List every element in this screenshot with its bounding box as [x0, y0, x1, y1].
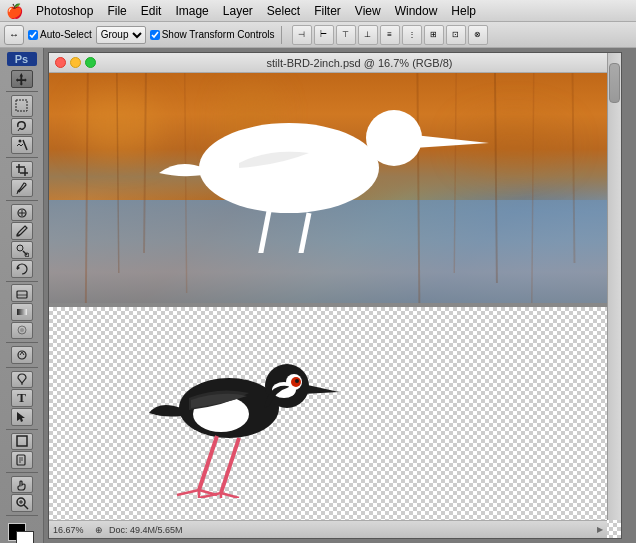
svg-line-31: [24, 505, 28, 509]
svg-marker-16: [17, 266, 20, 270]
text-tool[interactable]: T: [11, 389, 33, 407]
heal-tool[interactable]: [11, 204, 33, 222]
link-btn[interactable]: ⊗: [468, 25, 488, 45]
canvas-content[interactable]: 16.67% ⊕ Doc: 49.4M/5.65M ▶: [49, 73, 621, 538]
auto-select-checkbox[interactable]: [28, 30, 38, 40]
zoom-tool[interactable]: [11, 494, 33, 512]
maximize-btn[interactable]: [85, 57, 96, 68]
marquee-tool[interactable]: [11, 95, 33, 117]
brush-tool[interactable]: [11, 222, 33, 240]
svg-line-46: [294, 213, 309, 253]
blur-icon: [15, 323, 29, 337]
svg-point-43: [199, 123, 379, 213]
text-icon: T: [17, 390, 26, 406]
pen-tool[interactable]: [11, 371, 33, 389]
align-right-btn[interactable]: ⊤: [336, 25, 356, 45]
distribute-btn[interactable]: ≡: [380, 25, 400, 45]
tool-sep-7: [6, 429, 38, 430]
eraser-icon: [15, 286, 29, 300]
shape-tool[interactable]: [11, 433, 33, 451]
svg-point-14: [17, 245, 23, 251]
distribute-v-btn[interactable]: ⋮: [402, 25, 422, 45]
menu-filter[interactable]: Filter: [308, 3, 347, 19]
hand-tool[interactable]: [11, 476, 33, 494]
lasso-tool[interactable]: [11, 118, 33, 136]
svg-line-41: [532, 73, 534, 303]
svg-line-3: [23, 140, 27, 150]
menu-file[interactable]: File: [101, 3, 132, 19]
traffic-lights: [55, 57, 96, 68]
auto-btn[interactable]: ⊡: [446, 25, 466, 45]
menu-window[interactable]: Window: [389, 3, 444, 19]
eraser-tool[interactable]: [11, 284, 33, 302]
scroll-thumb-right[interactable]: [609, 63, 620, 103]
status-arrow-bottom[interactable]: ▶: [597, 525, 603, 534]
svg-point-21: [20, 328, 24, 332]
apple-logo: 🍎: [6, 3, 23, 19]
svg-line-2: [18, 128, 20, 131]
tool-sep-9: [6, 515, 38, 516]
scrollbar-right[interactable]: [607, 53, 621, 520]
background-color[interactable]: [16, 531, 34, 543]
minimize-btn[interactable]: [70, 57, 81, 68]
history-tool[interactable]: [11, 260, 33, 278]
bird-silhouette-svg: [109, 93, 529, 253]
svg-rect-19: [17, 309, 27, 315]
menu-help[interactable]: Help: [445, 3, 482, 19]
align-left-btn[interactable]: ⊣: [292, 25, 312, 45]
group-select[interactable]: Group: [96, 26, 146, 44]
svg-line-45: [254, 211, 269, 253]
document-window: stilt-BRD-2inch.psd @ 16.7% (RGB/8): [48, 52, 622, 539]
transform-label: Show Transform Controls: [150, 29, 275, 40]
shape-icon: [15, 434, 29, 448]
doc-title: stilt-BRD-2inch.psd @ 16.7% (RGB/8): [104, 57, 615, 69]
menu-photoshop[interactable]: Photoshop: [30, 3, 99, 19]
tool-sep-6: [6, 367, 38, 368]
magic-wand-icon: [15, 138, 29, 152]
real-bird-svg: [139, 338, 339, 498]
move-tool[interactable]: [11, 70, 33, 88]
menu-view[interactable]: View: [349, 3, 387, 19]
menu-select[interactable]: Select: [261, 3, 306, 19]
heal-icon: [15, 206, 29, 220]
svg-point-4: [18, 140, 21, 143]
clone-tool[interactable]: [11, 241, 33, 259]
status-bar-bottom: 16.67% ⊕ Doc: 49.4M/5.65M ▶: [49, 520, 607, 538]
gradient-tool[interactable]: [11, 303, 33, 321]
tool-sep-4: [6, 281, 38, 282]
eyedropper-tool[interactable]: [11, 179, 33, 197]
path-select-tool[interactable]: [11, 408, 33, 426]
crop-tool[interactable]: [11, 161, 33, 179]
svg-rect-1: [16, 100, 27, 111]
menu-items: Photoshop File Edit Image Layer Select F…: [30, 3, 482, 19]
status-icon[interactable]: ⊕: [95, 525, 103, 535]
tools-panel: Ps: [0, 48, 44, 543]
svg-line-9: [17, 191, 18, 194]
notes-icon: [15, 453, 29, 467]
hand-icon: [15, 478, 29, 492]
align-center-btn[interactable]: ⊢: [314, 25, 334, 45]
menu-layer[interactable]: Layer: [217, 3, 259, 19]
move-tool-btn[interactable]: ↔: [4, 25, 24, 45]
menu-bar: 🍎 Photoshop File Edit Image Layer Select…: [0, 0, 636, 22]
svg-line-42: [573, 73, 575, 263]
apple-menu[interactable]: 🍎: [4, 3, 24, 19]
auto-select-label: Auto-Select: [28, 29, 92, 40]
svg-line-62: [199, 436, 217, 490]
arrange-btn[interactable]: ⊞: [424, 25, 444, 45]
dodge-tool[interactable]: [11, 346, 33, 364]
blur-tool[interactable]: [11, 322, 33, 340]
magic-wand-tool[interactable]: [11, 136, 33, 154]
menu-edit[interactable]: Edit: [135, 3, 168, 19]
close-btn[interactable]: [55, 57, 66, 68]
align-top-btn[interactable]: ⊥: [358, 25, 378, 45]
tool-sep-5: [6, 342, 38, 343]
transform-checkbox[interactable]: [150, 30, 160, 40]
main-area: Ps: [0, 48, 636, 543]
bottom-image: [49, 307, 621, 538]
svg-point-61: [295, 379, 299, 383]
tool-sep-3: [6, 200, 38, 201]
menu-image[interactable]: Image: [169, 3, 214, 19]
path-select-icon: [15, 410, 29, 424]
notes-tool[interactable]: [11, 451, 33, 469]
